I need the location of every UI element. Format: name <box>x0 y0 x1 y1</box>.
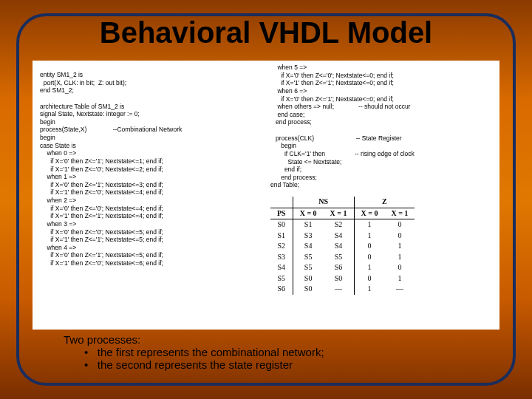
code-right-column: when 5 => if X='0' then Z<='0'; Nextstat… <box>266 61 499 330</box>
notes: Two processes: • the first represents th… <box>64 333 324 371</box>
table-row: S3 S5 S5 0 1 <box>270 252 415 263</box>
table-row: S4 S5 S6 1 0 <box>270 262 415 273</box>
table-col: X = 1 <box>324 208 354 219</box>
table-col: X = 1 <box>384 208 415 219</box>
slide: Behavioral VHDL Model entity SM1_2 is po… <box>0 0 532 399</box>
table-col: X = 0 <box>293 208 323 219</box>
table-row: S1 S3 S4 1 0 <box>270 231 415 242</box>
notes-bullet: • the first represents the combinational… <box>64 346 324 358</box>
table-row: S0 S1 S2 1 0 <box>270 219 415 231</box>
table-row: S5 S0 S0 0 1 <box>270 273 415 284</box>
notes-line1: Two processes: <box>64 333 324 346</box>
code-left-column: entity SM1_2 is port(X, CLK: in bit; Z: … <box>33 61 266 330</box>
code-area: entity SM1_2 is port(X, CLK: in bit; Z: … <box>33 61 499 330</box>
table-body: S0 S1 S2 1 0 S1 S3 S4 1 0 <box>270 219 415 295</box>
table-head-ps: PS <box>270 208 293 219</box>
table-col: X = 0 <box>354 208 384 219</box>
table-row: S6 S0 — 1 — <box>270 284 415 295</box>
table-head-ns: NS <box>293 197 354 208</box>
state-table: NS Z PS X = 0 X = 1 X = 0 X = 1 <box>270 197 415 295</box>
table-row: S2 S4 S4 0 1 <box>270 241 415 252</box>
code-right-text: when 5 => if X='0' then Z<='0'; Nextstat… <box>270 64 495 189</box>
table-head-z: Z <box>354 197 415 208</box>
notes-bullet: • the second represents the state regist… <box>64 358 324 371</box>
state-table-wrap: NS Z PS X = 0 X = 1 X = 0 X = 1 <box>270 197 415 295</box>
page-title: Behavioral VHDL Model <box>0 16 532 50</box>
